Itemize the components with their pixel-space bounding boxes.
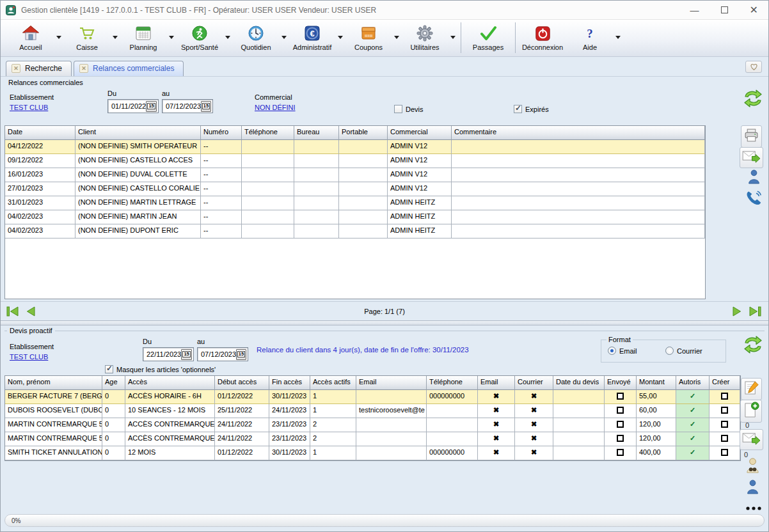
devis-filter[interactable]: Devis [394, 105, 424, 113]
row-checkbox[interactable] [617, 407, 624, 414]
calendar-picker-icon[interactable]: 15 [146, 101, 157, 112]
tab-relances-commerciales[interactable]: ✕Relances commerciales [74, 61, 184, 76]
table-row[interactable]: SMITH TICKET ANNULATION012 MOIS01/12/202… [5, 446, 740, 460]
courrier-radio[interactable] [665, 347, 674, 355]
row-checkbox[interactable] [617, 393, 624, 400]
row-checkbox[interactable] [617, 449, 624, 456]
column-header[interactable]: Client [75, 126, 201, 140]
favorites-toggle-button[interactable] [745, 61, 762, 73]
column-header[interactable]: Courrier [515, 376, 553, 390]
table-row[interactable]: 04/12/2022(NON DEFINIE) SMITH OPERATEUR-… [5, 140, 705, 154]
table-row[interactable]: MARTIN CONTREMARQUE 50ACCÈS CONTREMARQUE… [5, 432, 740, 446]
email-radio[interactable] [608, 347, 616, 355]
column-header[interactable]: Date [5, 126, 75, 140]
client-file-button[interactable] [746, 479, 759, 497]
toolbar-item-caisse[interactable]: Caisse [63, 21, 111, 54]
toolbar-item-sport-sant-[interactable]: Sport/Santé [176, 21, 223, 54]
dropdown-arrow-icon[interactable] [223, 21, 232, 54]
create-quote-button[interactable] [740, 400, 762, 423]
toolbar-item-d-connexion[interactable]: Déconnexion [519, 21, 566, 54]
expires-filter[interactable]: Expirés [514, 105, 549, 113]
edit-quote-button[interactable] [741, 378, 762, 400]
dropdown-arrow-icon[interactable] [111, 21, 120, 54]
section-splitter[interactable] [1, 320, 768, 325]
table-row[interactable]: 27/01/2023(NON DEFINIE) CASTELLO CORALIE… [5, 182, 705, 196]
column-header[interactable]: Créer [710, 376, 740, 390]
masquer-checkbox[interactable] [105, 365, 113, 373]
column-header[interactable]: Numéro [201, 126, 242, 140]
tab-close-icon[interactable]: ✕ [79, 64, 88, 73]
toolbar-item-quotidien[interactable]: Quotidien [232, 21, 280, 54]
tab-close-icon[interactable]: ✕ [12, 64, 20, 73]
column-header[interactable]: Commentaire [452, 126, 705, 140]
refresh-button[interactable] [743, 88, 763, 111]
table-row[interactable]: 31/01/2023(NON DEFINIE) MARTIN LETTRAGE-… [5, 196, 705, 210]
column-header[interactable]: Age [102, 376, 125, 390]
column-header[interactable]: Nom, prénom [5, 376, 102, 390]
find-client-button[interactable] [745, 457, 761, 476]
dropdown-arrow-icon[interactable] [54, 21, 63, 54]
dropdown-arrow-icon[interactable] [614, 21, 622, 54]
column-header[interactable]: Date du devis [553, 376, 605, 390]
column-header[interactable]: Envoyé [605, 376, 637, 390]
refresh-button[interactable] [743, 334, 763, 357]
row-checkbox[interactable] [721, 393, 728, 400]
row-checkbox[interactable] [617, 435, 624, 442]
column-header[interactable]: Email [478, 376, 515, 390]
etablissement-link[interactable]: TEST CLUB [10, 353, 48, 361]
dropdown-arrow-icon[interactable] [336, 21, 345, 54]
dropdown-arrow-icon[interactable] [392, 21, 401, 54]
column-header[interactable]: Autoris [676, 376, 710, 390]
maximize-icon[interactable] [721, 6, 728, 13]
table-row[interactable]: 04/02/2023(NON DEFINIE) MARTIN JEAN--ADM… [5, 210, 705, 224]
row-checkbox[interactable] [721, 407, 728, 414]
phone-call-button[interactable] [745, 189, 762, 209]
send-email-button[interactable] [740, 147, 763, 168]
table-row[interactable]: DUBOIS ROOSEVELT (DUBOIS010 SEANCES - 12… [5, 404, 740, 418]
column-header[interactable]: Début accès [215, 376, 269, 390]
row-checkbox[interactable] [721, 435, 728, 442]
toolbar-item-passages[interactable]: Passages [464, 21, 512, 54]
table-row[interactable]: 09/12/2022(NON DEFINIE) CASTELLO ACCES--… [5, 154, 705, 168]
toolbar-item-coupons[interactable]: Coupons [345, 21, 392, 54]
format-courrier-option[interactable]: Courrier [665, 347, 702, 355]
row-checkbox[interactable] [721, 449, 728, 456]
column-header[interactable]: Bureau [294, 126, 339, 140]
close-icon[interactable]: ✕ [750, 5, 758, 15]
format-email-option[interactable]: Email [608, 347, 637, 355]
toolbar-item-utilitaires[interactable]: Utilitaires [401, 21, 448, 54]
du-date-field[interactable]: 01/11/2022 15 [107, 99, 159, 113]
toolbar-item-planning[interactable]: Planning [120, 21, 167, 54]
tab-recherche[interactable]: ✕Recherche [6, 61, 72, 76]
table-row[interactable]: 04/02/2023(NON DEFINIE) DUPONT ERIC--ADM… [5, 224, 705, 239]
column-header[interactable]: Téléphone [242, 126, 294, 140]
dropdown-arrow-icon[interactable] [280, 21, 289, 54]
column-header[interactable]: Fin accès [269, 376, 310, 390]
column-header[interactable]: Portable [339, 126, 388, 140]
toolbar-item-administratif[interactable]: €Administratif [289, 21, 336, 54]
etablissement-link[interactable]: TEST CLUB [10, 104, 48, 111]
column-header[interactable]: Montant [637, 376, 676, 390]
print-button[interactable] [741, 125, 762, 148]
dropdown-arrow-icon[interactable] [448, 21, 457, 54]
toolbar-item-accueil[interactable]: Accueil [7, 21, 54, 54]
column-header[interactable]: Email [356, 376, 427, 390]
calendar-picker-icon[interactable]: 15 [236, 349, 246, 360]
expires-checkbox[interactable] [514, 105, 522, 113]
devis-checkbox[interactable] [394, 105, 402, 113]
send-quotes-button[interactable] [740, 429, 763, 450]
calendar-picker-icon[interactable]: 15 [201, 101, 211, 112]
row-checkbox[interactable] [617, 421, 624, 428]
table-row[interactable]: 16/01/2023(NON DEFINIE) DUVAL COLETTE--A… [5, 168, 705, 182]
au-date-field[interactable]: 07/12/2023 15 [162, 99, 213, 113]
du-date-field[interactable]: 22/11/2023 15 [143, 347, 194, 361]
calendar-picker-icon[interactable]: 15 [181, 349, 192, 360]
row-checkbox[interactable] [721, 421, 728, 428]
column-header[interactable]: Commercial [388, 126, 452, 140]
column-header[interactable]: Téléphone [427, 376, 478, 390]
masquer-filter[interactable]: Masquer les articles 'optionnels' [105, 365, 216, 373]
dropdown-arrow-icon[interactable] [167, 21, 176, 54]
column-header[interactable]: Accès actifs [310, 376, 356, 390]
commercial-link[interactable]: NON DÉFINI [255, 104, 296, 111]
table-row[interactable]: BERGER FACTURE 7 (BERGER0ACCÈS HORAIRE -… [5, 390, 740, 404]
